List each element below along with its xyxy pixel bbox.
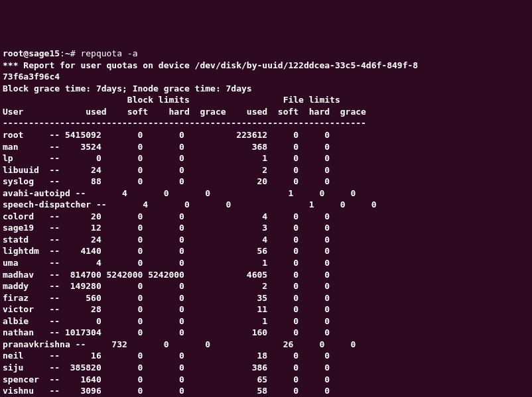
quota-row: siju -- 385820 0 0 386 0 0 (3, 363, 330, 372)
grace-line: Block grace time: 7days; Inode grace tim… (3, 84, 252, 93)
report-title: *** Report for user quotas on device /de… (3, 60, 418, 70)
prompt-path: ~ (65, 48, 70, 58)
report-title-cont: 73f6a3f96c4 (3, 72, 60, 82)
column-headers: User used soft hard grace used soft hard… (3, 107, 366, 117)
terminal-output[interactable]: root@sage15:~# repquota -a *** Report fo… (3, 48, 529, 397)
quota-row: root -- 5415092 0 0 223612 0 0 (3, 130, 330, 140)
quota-row: lp -- 0 0 0 1 0 0 (3, 153, 330, 163)
quota-row: colord -- 20 0 0 4 0 0 (3, 211, 330, 221)
quota-row: uma -- 4 0 0 1 0 0 (3, 258, 330, 268)
quota-row: statd -- 24 0 0 4 0 0 (3, 235, 330, 245)
quota-row: nathan -- 1017304 0 0 160 0 0 (3, 327, 330, 337)
quota-row: lightdm -- 4140 0 0 56 0 0 (3, 246, 330, 256)
quota-row: man -- 3524 0 0 368 0 0 (3, 142, 330, 152)
separator: ----------------------------------------… (3, 118, 366, 128)
quota-row: vishnu -- 3096 0 0 58 0 0 (3, 386, 330, 396)
quota-row: avahi-autoipd -- 4 0 0 1 0 0 (3, 188, 356, 198)
quota-row: pranavkrishna -- 732 0 0 26 0 0 (3, 339, 356, 349)
command-text: repquota -a (80, 48, 137, 58)
quota-row: libuuid -- 24 0 0 2 0 0 (3, 165, 330, 175)
quota-row: syslog -- 88 0 0 20 0 0 (3, 176, 330, 186)
section-headers: Block limits File limits (3, 95, 340, 105)
prompt-hash: # (70, 48, 81, 58)
quota-row: neil -- 16 0 0 18 0 0 (3, 351, 330, 361)
quota-row: madhav -- 814700 5242000 5242000 4605 0 … (3, 270, 330, 280)
quota-row: speech-dispatcher -- 4 0 0 1 0 0 (3, 199, 377, 209)
quota-row: maddy -- 149280 0 0 2 0 0 (3, 281, 330, 291)
prompt-user-host: root@sage15 (3, 48, 60, 58)
quota-row: sage19 -- 12 0 0 3 0 0 (3, 223, 330, 233)
quota-row: firaz -- 560 0 0 35 0 0 (3, 293, 330, 303)
quota-row: victor -- 28 0 0 11 0 0 (3, 304, 330, 314)
quota-row: spencer -- 1640 0 0 65 0 0 (3, 374, 330, 384)
quota-row: albie -- 0 0 0 1 0 0 (3, 316, 330, 326)
prompt-colon: : (60, 48, 65, 58)
